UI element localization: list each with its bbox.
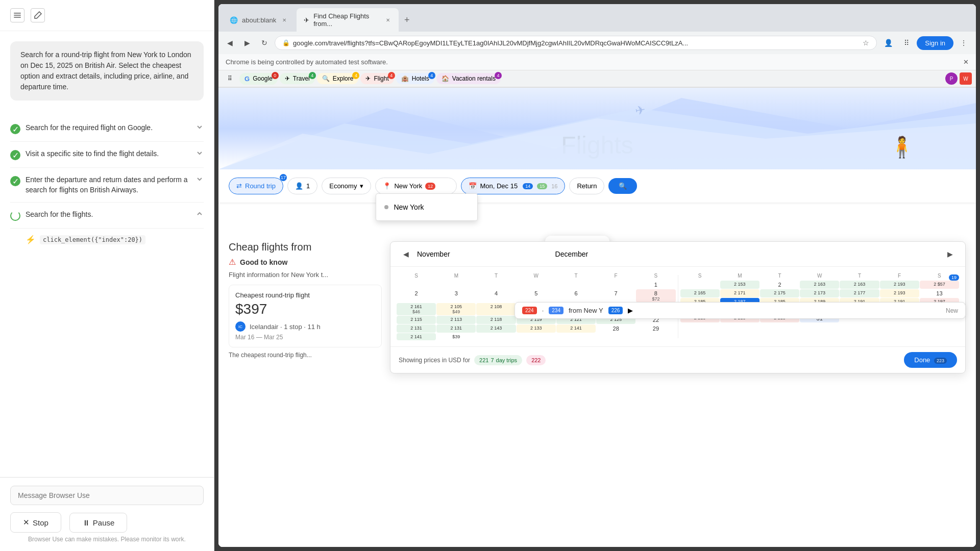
cal-nov-23[interactable]: 2 131 [397,324,436,333]
cal-dec-3[interactable]: 2 163 [800,281,839,289]
cal-dec-4[interactable]: 2 163 [840,281,879,289]
cal-nov-31[interactable]: $39 [436,333,476,340]
bookmark-hotels[interactable]: 🏨 Hotels 4 [396,73,434,84]
cal-nov-8[interactable]: 8$72 [636,289,675,303]
search-button[interactable]: 🔍 [608,178,637,194]
cal-nov-28[interactable]: 28 [596,324,635,333]
address-bar-row: ◀ ▶ ↻ 🔒 google.com/travel/flights?tfs=CB… [218,32,976,54]
cal-nov-10[interactable]: 2 105$49 [436,303,476,315]
cal-dec-9[interactable]: 2 175 [760,289,799,297]
more-button[interactable]: ⋮ [955,35,972,51]
bookmark-google[interactable]: G Google 0 [239,73,278,85]
cal-dec-7[interactable]: 2 165 [680,289,720,297]
cal-nov-29[interactable]: 29 [636,324,675,333]
cal-dec-8[interactable]: 2 171 [720,289,760,297]
cal-dec-11[interactable]: 2 177 [840,289,879,297]
pause-icon: ⏸ [82,518,90,527]
cal-prev[interactable]: ◀ [399,247,413,261]
step-4-status [10,211,20,221]
bookmark-flight[interactable]: ✈ Flight 4 [360,73,394,84]
cal-dec-10[interactable]: 2 173 [800,289,839,297]
cal-nov-2[interactable]: 2 [397,289,436,303]
search-overlay-badge-3: 226 [608,307,623,314]
cal-nov-24[interactable]: 2 131 [436,324,476,333]
dropdown-new-york[interactable]: New York [376,198,477,216]
round-trip-pill[interactable]: ⇄ Round trip 17 [229,178,283,194]
bookmark-vacation[interactable]: 🏠 Vacation rentals 4 [436,73,501,84]
bookmark-travel[interactable]: ✈ Travel 4 [280,73,315,84]
stop-button[interactable]: ✕ Stop [10,512,61,533]
cal-headers-nov: S M T W T F S [397,273,676,279]
edit-button[interactable] [31,8,45,22]
panel-header [0,0,214,31]
departure-field[interactable]: 📅 Mon, Dec 15 14 15 16 [461,178,565,194]
return-field[interactable]: Return [569,178,604,194]
tab-flights[interactable]: ✈ Find Cheap Flights from... ✕ [297,8,399,32]
step-1-status: ✓ [10,124,20,134]
location-icon: 📍 [383,182,391,190]
cal-nov-5[interactable]: 5 [517,289,556,303]
cal-empty [556,281,596,289]
cal-nov-27[interactable]: 2 141 [556,324,596,333]
cal-nov-7[interactable]: 7 [596,289,635,303]
cal-nov-4[interactable]: 4 [476,289,516,303]
account-button[interactable]: 👤 [880,35,896,51]
address-bar[interactable]: 🔒 google.com/travel/flights?tfs=CBwQARop… [275,36,877,50]
sign-in-button[interactable]: Sign in [917,36,953,50]
sidebar-toggle[interactable] [10,8,24,22]
cal-nov-6[interactable]: 6 [556,289,596,303]
cal-empty [596,333,635,340]
message-input[interactable] [10,486,204,505]
tab-1-close[interactable]: ✕ [280,16,288,24]
cal-nov-17[interactable]: 2 113 [436,316,476,324]
forward-button[interactable]: ▶ [240,36,254,50]
done-button[interactable]: Done 223 [904,352,957,368]
cal-nov-30[interactable]: 2 141 [397,333,436,340]
flight-icon: ✈ [365,75,371,82]
cal-dec-6[interactable]: 2 $57 [920,281,959,289]
cal-nov-9[interactable]: 2 161$46 [397,303,436,315]
cal-dec-1[interactable]: 2 153 [720,281,760,289]
back-button[interactable]: ◀ [223,36,237,50]
cal-nov-3[interactable]: 3 [436,289,476,303]
tab-about-blank[interactable]: 🌐 about:blank ✕ [223,12,296,28]
cal-empty [517,281,556,289]
reload-button[interactable]: ↻ [257,36,272,50]
class-pill[interactable]: Economy ▾ [322,178,371,194]
step-4-chevron[interactable] [195,210,204,218]
notification-close[interactable]: ✕ [963,58,969,66]
tab-2-close[interactable]: ✕ [384,16,391,24]
cal-nov-16[interactable]: 2 115 [397,316,436,324]
tab-bar: 🌐 about:blank ✕ ✈ Find Cheap Flights fro… [218,4,976,32]
cal-nov-26[interactable]: 2 133 [517,324,556,333]
cal-nov-1[interactable]: 1 [636,281,675,289]
step-2-chevron[interactable] [195,149,204,157]
pause-button[interactable]: ⏸ Pause [69,513,128,533]
bookmark-apps[interactable]: ⠿ [223,73,237,84]
cal-next[interactable]: ▶ [943,247,957,261]
step-4-text: Search for the flights. [26,210,93,220]
step-3-chevron[interactable] [195,175,204,183]
cal-dec-5[interactable]: 2 193 [880,281,919,289]
info-icon: ⚠ [229,257,236,267]
profile-icon-1[interactable]: P [945,72,958,85]
passengers-pill[interactable]: 👤 1 [287,178,317,194]
calendar-month-labels: November December [417,250,939,258]
step-2-status: ✓ [10,150,20,160]
cal-nov-18[interactable]: 2 118 [476,316,516,324]
cal-dec-2[interactable]: 2 [760,281,799,289]
bookmark-explore[interactable]: 🔍 Explore 4 [317,73,359,84]
grid-button[interactable]: ⠿ [898,35,915,51]
origin-field[interactable]: 📍 New York 12 New York [375,178,457,194]
step-1-chevron[interactable] [195,123,204,131]
cheapest-label: Cheapest round-trip flight [235,291,375,299]
good-to-know: ⚠ Good to know [229,257,382,267]
new-tab-button[interactable]: + [400,13,414,27]
cal-dec-13[interactable]: 13 [920,289,959,297]
search-controls: ⇄ Round trip 17 👤 1 Economy ▾ [229,178,966,194]
step-1-text: Search for the required flight on Google… [26,123,153,133]
cal-nov-11[interactable]: 2 108 [476,303,516,315]
cal-nov-25[interactable]: 2 143 [476,324,516,333]
cal-dec-12[interactable]: 2 193 [880,289,919,297]
profile-icon-2[interactable]: W [960,72,972,85]
